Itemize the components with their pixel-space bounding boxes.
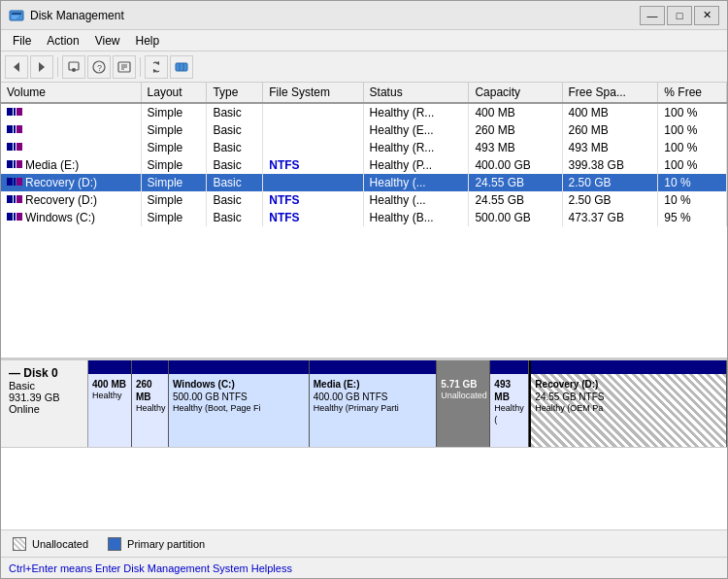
status-text: Ctrl+Enter means Enter Disk Management S… xyxy=(9,562,292,574)
svg-rect-16 xyxy=(176,63,187,71)
table-row[interactable]: Recovery (D:)SimpleBasicNTFSHealthy (...… xyxy=(1,191,727,209)
disk-partitions-0: 400 MB Healthy 260 MB Healthy xyxy=(88,360,727,447)
table-row[interactable]: SimpleBasicHealthy (E...260 MB260 MB100 … xyxy=(1,121,727,139)
partition-content: Windows (C:) 500.00 GB NTFS Healthy (Boo… xyxy=(173,378,305,415)
cell-capacity: 260 MB xyxy=(469,121,562,139)
svg-rect-30 xyxy=(17,160,22,168)
toolbar-separator-1 xyxy=(57,57,58,77)
menu-file[interactable]: File xyxy=(5,32,39,50)
menu-bar: File Action View Help xyxy=(1,30,727,51)
refresh-button[interactable] xyxy=(145,55,168,79)
svg-marker-5 xyxy=(39,62,45,72)
table-row[interactable]: SimpleBasicHealthy (R...400 MB400 MB100 … xyxy=(1,103,727,121)
partition-260mb[interactable]: 260 MB Healthy xyxy=(132,360,169,447)
cell-status: Healthy (E... xyxy=(363,121,469,139)
cell-free: 400 MB xyxy=(562,103,658,121)
cell-volume: Recovery (D:) xyxy=(1,191,141,209)
table-row[interactable]: Recovery (D:)SimpleBasicHealthy (...24.5… xyxy=(1,174,727,191)
cell-pct: 100 % xyxy=(658,121,727,139)
window-icon xyxy=(9,8,24,23)
menu-action[interactable]: Action xyxy=(39,32,86,50)
disk-management-window: Disk Management — □ ✕ File Action View H… xyxy=(0,0,728,579)
svg-rect-34 xyxy=(7,195,13,203)
cell-free: 2.50 GB xyxy=(562,174,658,191)
cell-type: Basic xyxy=(207,191,263,209)
cell-status: Healthy (R... xyxy=(363,139,469,156)
partition-400mb[interactable]: 400 MB Healthy xyxy=(88,360,132,447)
cell-type: Basic xyxy=(207,121,263,139)
cell-fs: NTFS xyxy=(263,209,363,226)
col-pctfree[interactable]: % Free xyxy=(658,83,727,103)
svg-rect-21 xyxy=(17,108,22,116)
cell-capacity: 500.00 GB xyxy=(469,209,562,226)
cell-pct: 100 % xyxy=(658,139,727,156)
up-button[interactable] xyxy=(62,55,85,79)
svg-rect-3 xyxy=(12,17,17,19)
col-capacity[interactable]: Capacity xyxy=(469,83,562,103)
svg-rect-29 xyxy=(14,160,16,168)
cell-layout: Simple xyxy=(141,103,207,121)
maximize-button[interactable]: □ xyxy=(667,6,692,25)
svg-rect-36 xyxy=(17,195,22,203)
window-title: Disk Management xyxy=(30,9,640,22)
col-volume[interactable]: Volume xyxy=(1,83,141,103)
cell-type: Basic xyxy=(207,139,263,156)
cell-volume xyxy=(1,139,141,156)
partition-content: 400 MB Healthy xyxy=(92,378,127,402)
col-filesystem[interactable]: File System xyxy=(263,83,363,103)
cell-pct: 10 % xyxy=(658,174,727,191)
cell-fs: NTFS xyxy=(263,156,363,174)
cell-fs xyxy=(263,103,363,121)
properties-button[interactable] xyxy=(113,55,136,79)
cell-layout: Simple xyxy=(141,156,207,174)
partition-content: 260 MB Healthy xyxy=(136,378,164,415)
table-row[interactable]: Windows (C:)SimpleBasicNTFSHealthy (B...… xyxy=(1,209,727,226)
cell-pct: 100 % xyxy=(658,156,727,174)
cell-layout: Simple xyxy=(141,209,207,226)
help-button[interactable]: ? xyxy=(87,55,111,79)
col-status[interactable]: Status xyxy=(363,83,469,103)
svg-point-7 xyxy=(72,68,76,72)
partition-recovery-d[interactable]: Recovery (D:) 24.55 GB NTFS Healthy (OEM… xyxy=(529,360,727,447)
disk-label-0: ― Disk 0 Basic 931.39 GB Online xyxy=(1,360,88,447)
partition-media-e[interactable]: Media (E:) 400.00 GB NTFS Healthy (Prima… xyxy=(310,360,438,447)
back-button[interactable] xyxy=(5,55,28,79)
col-freespace[interactable]: Free Spa... xyxy=(562,83,658,103)
svg-rect-22 xyxy=(7,125,13,133)
svg-rect-24 xyxy=(17,125,22,133)
table-wrapper[interactable]: Volume Layout Type File System Status Ca… xyxy=(1,83,727,358)
forward-button[interactable] xyxy=(30,55,53,79)
partition-493mb[interactable]: 493 MB Healthy ( xyxy=(490,360,529,447)
partition-windows-c[interactable]: Windows (C:) 500.00 GB NTFS Healthy (Boo… xyxy=(169,360,310,447)
svg-rect-32 xyxy=(14,178,16,186)
minimize-button[interactable]: — xyxy=(640,6,665,25)
svg-rect-19 xyxy=(7,108,13,116)
col-type[interactable]: Type xyxy=(207,83,263,103)
cell-capacity: 493 MB xyxy=(469,139,562,156)
menu-view[interactable]: View xyxy=(87,32,128,50)
cell-type: Basic xyxy=(207,156,263,174)
menu-help[interactable]: Help xyxy=(128,32,168,50)
svg-rect-37 xyxy=(7,213,13,221)
partition-content: 5.71 GB Unallocated xyxy=(441,378,485,402)
cell-fs xyxy=(263,139,363,156)
cell-pct: 100 % xyxy=(658,103,727,121)
col-layout[interactable]: Layout xyxy=(141,83,207,103)
table-row[interactable]: Media (E:)SimpleBasicNTFSHealthy (P...40… xyxy=(1,156,727,174)
partition-unallocated[interactable]: 5.71 GB Unallocated xyxy=(437,360,490,447)
disk-view-button[interactable] xyxy=(170,55,193,79)
svg-rect-1 xyxy=(12,13,21,15)
legend-item-unallocated: Unallocated xyxy=(13,537,88,551)
close-button[interactable]: ✕ xyxy=(694,6,719,25)
svg-rect-2 xyxy=(12,16,18,17)
cell-pct: 95 % xyxy=(658,209,727,226)
svg-rect-38 xyxy=(14,213,16,221)
cell-fs xyxy=(263,174,363,191)
partition-content: 493 MB Healthy ( xyxy=(494,378,524,426)
cell-status: Healthy (... xyxy=(363,191,469,209)
cell-fs: NTFS xyxy=(263,191,363,209)
cell-type: Basic xyxy=(207,103,263,121)
svg-rect-25 xyxy=(7,143,13,151)
table-row[interactable]: SimpleBasicHealthy (R...493 MB493 MB100 … xyxy=(1,139,727,156)
cell-capacity: 400 MB xyxy=(469,103,562,121)
